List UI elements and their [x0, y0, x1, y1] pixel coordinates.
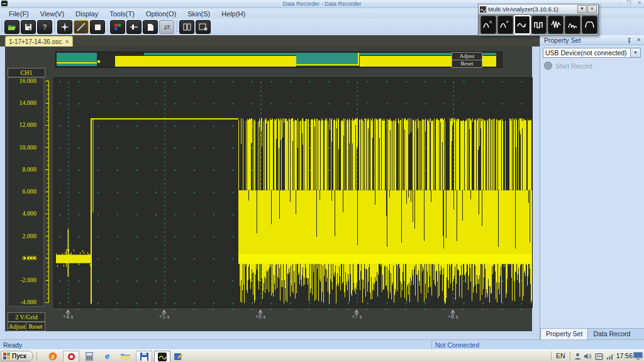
tray-user-icon[interactable]: [574, 353, 582, 360]
tray-clock[interactable]: 17:56: [616, 352, 633, 359]
device-dropdown-value: USB Device(not connected): [545, 49, 627, 57]
split-columns-button[interactable]: [179, 20, 194, 34]
tray-volume-icon[interactable]: [584, 353, 592, 360]
burst-wave-button[interactable]: [548, 16, 564, 34]
swap-arrows-button[interactable]: ⇄: [159, 20, 174, 34]
panel-bottom-tabs: Property Set Data Record: [540, 328, 644, 340]
minimize-icon[interactable]: –: [618, 0, 620, 6]
property-close-icon[interactable]: ✕: [636, 35, 641, 45]
quicklaunch-calculator-icon[interactable]: [84, 351, 94, 361]
close-icon[interactable]: ✕: [637, 0, 641, 6]
property-panel: Property Set ✕ USB Device(not connected)…: [540, 35, 644, 339]
start-button[interactable]: Пуск: [1, 351, 33, 361]
menu-display[interactable]: Display: [73, 9, 101, 19]
new-page-button[interactable]: [143, 20, 158, 34]
scale-10v: 10.000: [8, 145, 36, 151]
pulse-train-button[interactable]: [531, 16, 547, 34]
analyzer-close-icon[interactable]: ✕: [587, 5, 597, 13]
tab-close-icon[interactable]: ✕: [65, 39, 69, 45]
start-button-label: Пуск: [12, 353, 26, 359]
channel-header: CH1: [8, 68, 45, 77]
tray-display-icon[interactable]: [633, 352, 643, 360]
zero-level-marker[interactable]: [24, 257, 36, 259]
tick-6s: +6 s: [248, 313, 273, 320]
taskbar: Пуск 2 e EN 17:56: [0, 349, 644, 362]
start-record-button[interactable]: Start Record: [544, 62, 592, 70]
status-ready: Ready: [3, 341, 22, 349]
overview-trace-flat: [57, 62, 97, 63]
dropdown-arrow-icon[interactable]: ▼: [630, 48, 640, 57]
windows-logo-icon: [3, 353, 10, 359]
palette-button[interactable]: [110, 20, 125, 34]
menu-help[interactable]: Help(H): [219, 9, 248, 19]
volts-per-grid-label: 2 V/Grid: [8, 312, 45, 322]
waveform-plot[interactable]: [53, 77, 533, 308]
svg-text:P: P: [506, 20, 509, 24]
channel-reset-button[interactable]: Reset: [26, 322, 45, 331]
stop-button[interactable]: [90, 20, 105, 34]
svg-text:S: S: [489, 20, 492, 24]
quicklaunch-datarecorder-icon[interactable]: [154, 351, 170, 362]
waveform-trace: [54, 78, 532, 307]
quicklaunch-floppy-icon[interactable]: [136, 351, 152, 362]
scale-6v: 6.000: [8, 189, 36, 195]
overview-trace-line: [296, 64, 358, 65]
damped-wave-button[interactable]: [565, 16, 580, 34]
tick-5s: +5 s: [152, 313, 177, 320]
menu-file[interactable]: File(F): [6, 9, 31, 19]
save-file-button[interactable]: [21, 20, 36, 34]
tray-scheduler-icon[interactable]: [595, 353, 603, 360]
overview-trace-edge: [358, 53, 359, 66]
scale-8v: 8.000: [8, 167, 36, 173]
tick-7s: +7 s: [344, 313, 369, 320]
analyzer-icon: [480, 6, 486, 13]
overview-selection-left[interactable]: [57, 53, 97, 66]
tray-network-icon[interactable]: [606, 353, 614, 360]
overview-navigator[interactable]: [55, 52, 502, 68]
quicklaunch-opera-icon[interactable]: [63, 351, 79, 362]
quicklaunch-editor-icon[interactable]: [174, 351, 183, 361]
quicklaunch-ie-icon[interactable]: e: [103, 351, 112, 361]
help-button[interactable]: ?: [37, 20, 52, 34]
tick-8s: +8 s: [440, 313, 465, 320]
level-slider-button[interactable]: [126, 20, 142, 34]
analyzer-title: Multi VirAnalyzer(3.10.6.1): [488, 6, 577, 13]
overview-reset-button[interactable]: Reset: [452, 60, 482, 68]
quicklaunch-folder-icon[interactable]: [121, 351, 130, 361]
quicklaunch-orange-2-icon[interactable]: 2: [48, 351, 57, 361]
menu-option[interactable]: Option(O): [143, 9, 179, 19]
tray-divider: [551, 351, 552, 361]
analyzer-dropdown-icon[interactable]: ▼: [577, 5, 587, 13]
language-indicator[interactable]: EN: [556, 352, 565, 359]
spectrum-s-button[interactable]: S: [480, 16, 496, 34]
device-dropdown[interactable]: USB Device(not connected) ▼: [543, 48, 641, 58]
tab-property-set[interactable]: Property Set: [540, 329, 588, 340]
document-tab[interactable]: 1-17+17-14-36.osc ✕: [5, 36, 73, 47]
settings-star-button[interactable]: [57, 20, 72, 34]
scale-16v: 16.000: [8, 78, 36, 84]
status-connection: Not Connected: [435, 341, 479, 349]
smooth-pulse-button[interactable]: [582, 16, 597, 34]
scale-2v: 2.000: [8, 233, 36, 239]
menu-view[interactable]: View(V): [38, 9, 67, 19]
line-style-button[interactable]: [74, 20, 89, 34]
menu-skin[interactable]: Skin(S): [185, 9, 213, 19]
record-wave-button[interactable]: [514, 15, 531, 35]
scope-document: Adjust Reset CH1 16.000 14.000 12.000 10…: [5, 47, 532, 331]
menu-tools[interactable]: Tools(T): [107, 9, 137, 19]
analyzer-palette: Multi VirAnalyzer(3.10.6.1) ▼ ✕ S P: [478, 4, 599, 36]
analyzer-title-bar[interactable]: Multi VirAnalyzer(3.10.6.1) ▼ ✕: [479, 4, 598, 14]
channel-adjust-button[interactable]: Adjust: [8, 322, 26, 331]
scale-4v: 4.000: [8, 211, 36, 217]
pin-icon[interactable]: [626, 38, 632, 43]
open-file-button[interactable]: [4, 20, 19, 34]
voltage-ruler: [44, 77, 52, 307]
scale-n4v: -4.000: [8, 299, 36, 305]
tab-strip: [0, 35, 540, 47]
restore-icon[interactable]: ❐: [626, 0, 631, 6]
svg-text:2: 2: [51, 353, 54, 359]
time-window-button[interactable]: [196, 20, 211, 34]
document-tab-label: 1-17+17-14-36.osc: [9, 38, 62, 45]
tab-data-record[interactable]: Data Record: [588, 329, 635, 340]
spectrum-p-button[interactable]: P: [497, 16, 513, 34]
